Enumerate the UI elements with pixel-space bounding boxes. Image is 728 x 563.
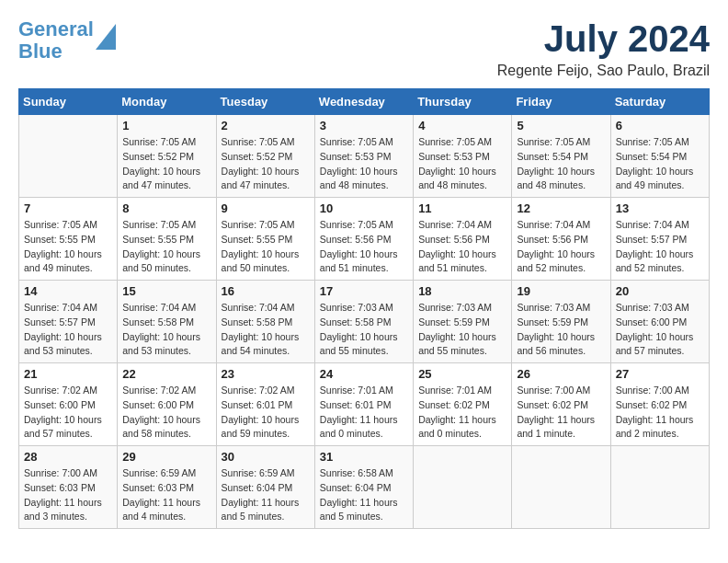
calendar-cell: 10 Sunrise: 7:05 AMSunset: 5:56 PMDaylig… <box>314 198 413 281</box>
day-info: Sunrise: 7:05 AMSunset: 5:56 PMDaylight:… <box>320 219 398 273</box>
day-info: Sunrise: 6:58 AMSunset: 6:04 PMDaylight:… <box>320 467 398 522</box>
calendar-cell: 30 Sunrise: 6:59 AMSunset: 6:04 PMDaylig… <box>216 446 314 529</box>
header-day-sunday: Sunday <box>19 89 118 115</box>
calendar-cell: 12 Sunrise: 7:04 AMSunset: 5:56 PMDaylig… <box>512 198 610 281</box>
day-number: 10 <box>320 201 408 215</box>
day-info: Sunrise: 7:04 AMSunset: 5:57 PMDaylight:… <box>616 219 694 273</box>
day-info: Sunrise: 7:05 AMSunset: 5:54 PMDaylight:… <box>616 136 694 190</box>
day-info: Sunrise: 7:04 AMSunset: 5:56 PMDaylight:… <box>418 219 496 273</box>
calendar-cell: 13 Sunrise: 7:04 AMSunset: 5:57 PMDaylig… <box>610 198 709 281</box>
day-number: 27 <box>616 367 704 381</box>
calendar-cell: 31 Sunrise: 6:58 AMSunset: 6:04 PMDaylig… <box>314 446 413 529</box>
day-info: Sunrise: 7:00 AMSunset: 6:02 PMDaylight:… <box>517 385 595 439</box>
calendar-table: SundayMondayTuesdayWednesdayThursdayFrid… <box>18 88 710 529</box>
day-info: Sunrise: 7:03 AMSunset: 5:59 PMDaylight:… <box>418 302 496 356</box>
calendar-cell: 19 Sunrise: 7:03 AMSunset: 5:59 PMDaylig… <box>512 281 610 363</box>
calendar-week-row: 1 Sunrise: 7:05 AMSunset: 5:52 PMDayligh… <box>19 115 710 198</box>
day-number: 17 <box>320 284 408 298</box>
day-number: 29 <box>122 450 210 464</box>
day-number: 8 <box>122 201 210 215</box>
calendar-cell: 11 Sunrise: 7:04 AMSunset: 5:56 PMDaylig… <box>414 198 512 281</box>
day-info: Sunrise: 7:04 AMSunset: 5:58 PMDaylight:… <box>122 302 200 356</box>
day-info: Sunrise: 7:01 AMSunset: 6:02 PMDaylight:… <box>418 385 496 439</box>
calendar-week-row: 7 Sunrise: 7:05 AMSunset: 5:55 PMDayligh… <box>19 198 710 281</box>
day-number: 24 <box>320 367 408 381</box>
calendar-cell: 27 Sunrise: 7:00 AMSunset: 6:02 PMDaylig… <box>610 363 709 446</box>
calendar-cell: 20 Sunrise: 7:03 AMSunset: 6:00 PMDaylig… <box>610 281 709 363</box>
day-number: 28 <box>24 450 112 464</box>
calendar-cell: 9 Sunrise: 7:05 AMSunset: 5:55 PMDayligh… <box>216 198 314 281</box>
day-number: 14 <box>24 284 112 298</box>
day-info: Sunrise: 7:04 AMSunset: 5:58 PMDaylight:… <box>222 302 300 356</box>
calendar-cell: 14 Sunrise: 7:04 AMSunset: 5:57 PMDaylig… <box>19 281 118 363</box>
calendar-cell: 22 Sunrise: 7:02 AMSunset: 6:00 PMDaylig… <box>118 363 216 446</box>
calendar-cell: 3 Sunrise: 7:05 AMSunset: 5:53 PMDayligh… <box>314 115 413 198</box>
day-number: 25 <box>418 367 506 381</box>
day-number: 6 <box>616 119 704 132</box>
header-day-wednesday: Wednesday <box>314 89 413 115</box>
day-number: 5 <box>517 119 605 132</box>
day-number: 23 <box>222 367 310 381</box>
day-number: 2 <box>222 119 310 132</box>
day-info: Sunrise: 7:05 AMSunset: 5:54 PMDaylight:… <box>517 136 595 190</box>
calendar-cell <box>19 115 118 198</box>
day-number: 31 <box>320 450 408 464</box>
day-info: Sunrise: 6:59 AMSunset: 6:04 PMDaylight:… <box>222 467 300 522</box>
calendar-body: 1 Sunrise: 7:05 AMSunset: 5:52 PMDayligh… <box>19 115 710 529</box>
logo-icon <box>96 24 116 50</box>
day-info: Sunrise: 7:03 AMSunset: 6:00 PMDaylight:… <box>616 302 694 356</box>
day-info: Sunrise: 7:05 AMSunset: 5:52 PMDaylight:… <box>222 136 300 190</box>
day-number: 16 <box>222 284 310 298</box>
day-number: 26 <box>517 367 605 381</box>
calendar-cell: 29 Sunrise: 6:59 AMSunset: 6:03 PMDaylig… <box>118 446 216 529</box>
day-info: Sunrise: 7:05 AMSunset: 5:53 PMDaylight:… <box>320 136 398 190</box>
calendar-cell <box>610 446 709 529</box>
day-info: Sunrise: 7:01 AMSunset: 6:01 PMDaylight:… <box>320 385 398 439</box>
header-day-saturday: Saturday <box>610 89 709 115</box>
calendar-cell: 17 Sunrise: 7:03 AMSunset: 5:58 PMDaylig… <box>314 281 413 363</box>
day-info: Sunrise: 7:05 AMSunset: 5:55 PMDaylight:… <box>222 219 300 273</box>
calendar-cell: 21 Sunrise: 7:02 AMSunset: 6:00 PMDaylig… <box>19 363 118 446</box>
day-number: 11 <box>418 201 506 215</box>
day-number: 15 <box>122 284 210 298</box>
calendar-cell: 15 Sunrise: 7:04 AMSunset: 5:58 PMDaylig… <box>118 281 216 363</box>
day-info: Sunrise: 7:02 AMSunset: 6:00 PMDaylight:… <box>122 385 200 439</box>
header-day-thursday: Thursday <box>414 89 512 115</box>
day-info: Sunrise: 7:02 AMSunset: 6:01 PMDaylight:… <box>222 385 300 439</box>
calendar-cell: 2 Sunrise: 7:05 AMSunset: 5:52 PMDayligh… <box>216 115 314 198</box>
day-number: 7 <box>24 201 112 215</box>
page-header: GeneralBlue July 2024 Regente Feijo, Sao… <box>18 18 710 79</box>
day-info: Sunrise: 7:05 AMSunset: 5:52 PMDaylight:… <box>122 136 200 190</box>
location: Regente Feijo, Sao Paulo, Brazil <box>497 63 710 79</box>
calendar-cell: 16 Sunrise: 7:04 AMSunset: 5:58 PMDaylig… <box>216 281 314 363</box>
calendar-week-row: 21 Sunrise: 7:02 AMSunset: 6:00 PMDaylig… <box>19 363 710 446</box>
title-block: July 2024 Regente Feijo, Sao Paulo, Braz… <box>497 18 710 79</box>
day-number: 1 <box>122 119 210 132</box>
day-info: Sunrise: 7:03 AMSunset: 5:59 PMDaylight:… <box>517 302 595 356</box>
calendar-cell <box>512 446 610 529</box>
day-info: Sunrise: 7:04 AMSunset: 5:57 PMDaylight:… <box>24 302 102 356</box>
calendar-cell: 5 Sunrise: 7:05 AMSunset: 5:54 PMDayligh… <box>512 115 610 198</box>
day-info: Sunrise: 7:00 AMSunset: 6:02 PMDaylight:… <box>616 385 694 439</box>
day-number: 12 <box>517 201 605 215</box>
day-info: Sunrise: 7:00 AMSunset: 6:03 PMDaylight:… <box>24 467 102 522</box>
calendar-cell: 4 Sunrise: 7:05 AMSunset: 5:53 PMDayligh… <box>414 115 512 198</box>
svg-marker-0 <box>96 24 116 50</box>
calendar-cell: 7 Sunrise: 7:05 AMSunset: 5:55 PMDayligh… <box>19 198 118 281</box>
day-number: 22 <box>122 367 210 381</box>
month-title: July 2024 <box>497 18 710 59</box>
day-info: Sunrise: 7:05 AMSunset: 5:53 PMDaylight:… <box>418 136 496 190</box>
calendar-header-row: SundayMondayTuesdayWednesdayThursdayFrid… <box>19 89 710 115</box>
header-day-monday: Monday <box>118 89 216 115</box>
calendar-cell: 23 Sunrise: 7:02 AMSunset: 6:01 PMDaylig… <box>216 363 314 446</box>
day-number: 13 <box>616 201 704 215</box>
calendar-week-row: 28 Sunrise: 7:00 AMSunset: 6:03 PMDaylig… <box>19 446 710 529</box>
logo: GeneralBlue <box>18 18 116 63</box>
calendar-cell: 1 Sunrise: 7:05 AMSunset: 5:52 PMDayligh… <box>118 115 216 198</box>
day-info: Sunrise: 7:03 AMSunset: 5:58 PMDaylight:… <box>320 302 398 356</box>
header-day-tuesday: Tuesday <box>216 89 314 115</box>
day-number: 3 <box>320 119 408 132</box>
day-number: 21 <box>24 367 112 381</box>
header-day-friday: Friday <box>512 89 610 115</box>
day-number: 9 <box>222 201 310 215</box>
